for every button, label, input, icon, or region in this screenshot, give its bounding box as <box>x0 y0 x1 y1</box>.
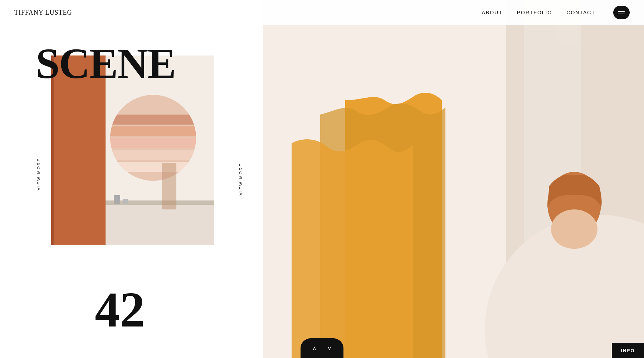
svg-rect-12 <box>123 199 128 204</box>
svg-rect-0 <box>51 55 106 245</box>
right-panel <box>263 0 644 358</box>
nav-contact[interactable]: CONTACT <box>566 10 595 15</box>
left-artwork-svg <box>51 55 214 245</box>
arrow-up-button[interactable]: ∧ <box>311 343 318 353</box>
svg-rect-6 <box>110 138 196 148</box>
nav-arrows-container: ∧ ∨ <box>301 338 343 358</box>
menu-line-1 <box>618 11 625 12</box>
svg-rect-10 <box>106 200 214 205</box>
menu-button[interactable] <box>613 6 630 19</box>
panel-divider <box>263 0 263 358</box>
view-more-left[interactable]: VIEW MORE <box>36 158 41 190</box>
arrow-down-button[interactable]: ∨ <box>326 343 333 353</box>
svg-point-21 <box>551 209 597 249</box>
svg-rect-5 <box>110 126 196 136</box>
site-logo[interactable]: TIFFANY LUSTEG <box>14 9 72 16</box>
view-more-right[interactable]: VIEW MORE <box>239 163 243 195</box>
svg-rect-13 <box>162 163 176 209</box>
main-nav: ABOUT PORTFOLIO CONTACT <box>482 6 630 19</box>
svg-rect-9 <box>106 202 214 245</box>
menu-line-2 <box>618 14 625 14</box>
svg-rect-7 <box>110 150 196 160</box>
header: TIFFANY LUSTEG ABOUT PORTFOLIO CONTACT <box>0 0 644 25</box>
nav-about[interactable]: ABOUT <box>482 10 502 15</box>
left-panel: VIEW MORE SCENE <box>0 0 263 358</box>
nav-portfolio[interactable]: PORTFOLIO <box>517 10 552 15</box>
info-label: INFO <box>621 348 635 353</box>
left-artwork <box>51 55 214 245</box>
main-content: VIEW MORE SCENE <box>0 0 644 358</box>
svg-rect-4 <box>110 115 196 125</box>
hamburger-icon <box>618 11 625 14</box>
right-artwork-svg <box>263 0 644 358</box>
svg-rect-11 <box>114 195 120 204</box>
info-button[interactable]: INFO <box>612 343 644 358</box>
scene-number: 42 <box>95 285 145 335</box>
svg-rect-14 <box>51 55 54 245</box>
